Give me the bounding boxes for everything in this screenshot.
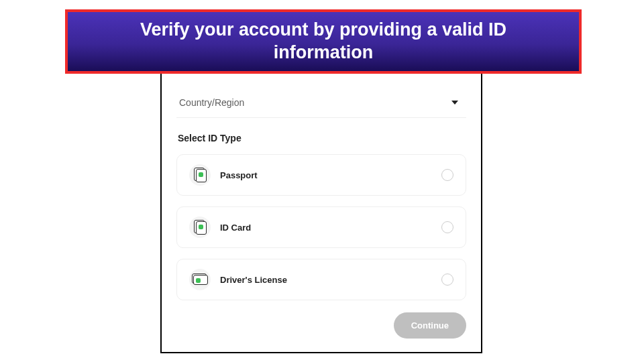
radio-unchecked-icon (441, 169, 453, 181)
chevron-down-icon (451, 101, 458, 105)
instruction-banner-text: Verify your account by providing a valid… (95, 19, 552, 64)
id-type-options: Passport ID Card (176, 154, 466, 300)
select-id-type-heading: Select ID Type (178, 133, 465, 143)
option-drivers-license[interactable]: Driver's License (176, 259, 466, 300)
country-region-label: Country/Region (179, 97, 244, 108)
verify-card: Country/Region Select ID Type Passport (160, 44, 482, 353)
radio-unchecked-icon (441, 274, 453, 286)
radio-unchecked-icon (441, 221, 453, 233)
option-label: ID Card (220, 223, 251, 233)
continue-button[interactable]: Continue (394, 312, 466, 339)
card-footer: Continue (176, 300, 466, 339)
option-label: Driver's License (220, 275, 287, 285)
option-id-card[interactable]: ID Card (176, 206, 466, 248)
drivers-license-icon (189, 269, 211, 290)
country-region-dropdown[interactable]: Country/Region (176, 88, 466, 118)
id-card-icon (189, 217, 211, 238)
option-label: Passport (220, 170, 258, 180)
passport-icon (189, 164, 211, 186)
option-passport[interactable]: Passport (176, 154, 466, 196)
instruction-banner: Verify your account by providing a valid… (65, 9, 582, 74)
